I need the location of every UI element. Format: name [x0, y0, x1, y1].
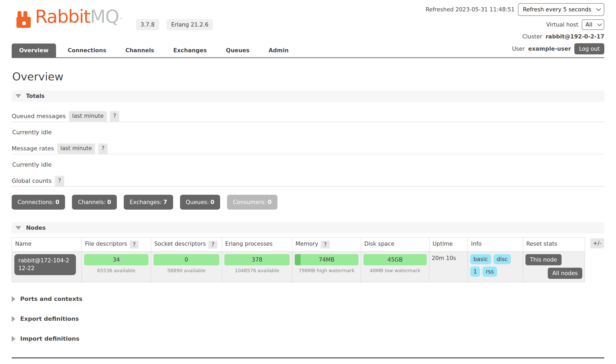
triangle-right-icon	[12, 316, 15, 322]
reset-this-node-button[interactable]: This node	[525, 254, 562, 265]
cluster-name: rabbit@192-0-2-17	[546, 33, 604, 40]
file-descriptors-cell: 34 65536 available	[82, 252, 151, 282]
export-definitions-section[interactable]: Export definitions	[12, 315, 604, 322]
socket-descriptors-bar: 0	[153, 254, 219, 265]
tab-exchanges[interactable]: Exchanges	[166, 44, 214, 57]
version-badges: 3.7.8 Erlang 21.2.6	[136, 19, 213, 30]
file-descriptors-help-icon[interactable]: ?	[130, 241, 139, 249]
header-status-block: Refreshed 2023-05-31 11:48:51 Refresh ev…	[426, 3, 604, 54]
queued-messages-range-badge[interactable]: last minute	[69, 111, 107, 122]
column-toggle-button[interactable]: +/-	[590, 238, 604, 248]
logout-button[interactable]: Log out	[574, 43, 604, 54]
triangle-right-icon	[12, 296, 15, 302]
header: RabbitMQ™ 3.7.8 Erlang 21.2.6 Refreshed …	[12, 0, 604, 44]
queues-count-button[interactable]: Queues:0	[180, 195, 220, 210]
queued-messages-label: Queued messages	[12, 111, 66, 122]
file-descriptors-available: 65536 available	[84, 268, 148, 273]
col-name: Name	[12, 238, 82, 252]
info-badge-basic: basic	[470, 254, 491, 264]
global-counts-label: Global counts	[12, 176, 52, 186]
consumers-count-button: Consumers:0	[227, 195, 277, 210]
node-name-cell: rabbit@172-104-212-22	[12, 252, 82, 282]
channels-count-button[interactable]: Channels:0	[72, 195, 117, 210]
erlang-processes-cell: 378 1048576 available	[222, 252, 292, 282]
disk-watermark: 48MB low watermark	[363, 268, 427, 273]
message-rates-header: Message rates last minute ?	[12, 144, 604, 154]
nodes-section-title: Nodes	[26, 225, 46, 231]
footer: HTTP API Server Docs Tutorials Community…	[12, 357, 604, 364]
brand-wordmark: RabbitMQ™	[35, 7, 123, 27]
triangle-down-icon	[15, 94, 21, 98]
totals-section-header[interactable]: Totals	[12, 90, 604, 102]
col-reset-stats: Reset stats	[523, 238, 585, 252]
message-rates-label: Message rates	[12, 144, 54, 154]
nodes-table-wrap: Name File descriptors? Socket descriptor…	[12, 237, 604, 282]
user-name: example-user	[528, 46, 571, 52]
triangle-right-icon	[12, 336, 15, 342]
uptime-cell: 20m 10s	[429, 252, 468, 282]
page-title: Overview	[12, 70, 604, 83]
memory-cell: 74MB 798MB high watermark	[292, 252, 361, 282]
erlang-version-badge: Erlang 21.2.6	[166, 19, 213, 30]
rabbit-icon	[16, 11, 33, 28]
tab-overview[interactable]: Overview	[12, 44, 56, 57]
nodes-table: Name File descriptors? Socket descriptor…	[12, 237, 585, 282]
info-badge-disc: disc	[494, 254, 511, 264]
global-count-buttons: Connections:0 Channels:0 Exchanges:7 Que…	[12, 195, 604, 210]
global-counts-help-icon[interactable]: ?	[55, 176, 64, 186]
user-label: User	[512, 46, 525, 52]
connections-count-button[interactable]: Connections:0	[12, 195, 65, 210]
memory-bar: 74MB	[295, 254, 358, 265]
disk-space-cell: 45GB 48MB low watermark	[361, 252, 429, 282]
reset-all-nodes-button[interactable]: All nodes	[548, 268, 582, 279]
rabbitmq-version-badge: 3.7.8	[136, 19, 159, 30]
virtual-host-select[interactable]: All	[582, 19, 604, 30]
refresh-interval-select[interactable]: Refresh every 5 seconds	[518, 3, 604, 16]
virtual-host-label: Virtual host	[546, 21, 578, 28]
col-erlang-processes: Erlang processes	[222, 238, 292, 252]
node-row: rabbit@172-104-212-22 34 65536 available…	[12, 252, 585, 282]
queued-messages-help-icon[interactable]: ?	[110, 111, 119, 122]
totals-section-title: Totals	[26, 93, 45, 99]
col-disk-space: Disk space	[361, 238, 429, 252]
tab-connections[interactable]: Connections	[60, 44, 114, 57]
chevron-down-icon	[597, 21, 602, 26]
col-info: Info	[468, 238, 523, 252]
col-uptime: Uptime	[429, 238, 468, 252]
reset-stats-cell: This node All nodes	[523, 252, 585, 282]
exchanges-count-button[interactable]: Exchanges:7	[124, 195, 173, 210]
message-rates-status: Currently idle	[12, 161, 604, 168]
message-rates-range-badge[interactable]: last minute	[57, 144, 95, 154]
erlang-processes-available: 1048576 available	[224, 268, 290, 273]
socket-descriptors-help-icon[interactable]: ?	[208, 241, 217, 249]
socket-descriptors-cell: 0 58890 available	[151, 252, 222, 282]
message-rates-help-icon[interactable]: ?	[98, 144, 108, 154]
erlang-processes-bar: 378	[224, 254, 290, 265]
col-socket-descriptors: Socket descriptors?	[151, 238, 222, 252]
tab-channels[interactable]: Channels	[118, 44, 161, 57]
info-badge-rss: rss	[482, 267, 497, 277]
chevron-down-icon	[596, 6, 601, 11]
node-name-badge[interactable]: rabbit@172-104-212-22	[14, 254, 76, 275]
ports-and-contexts-section[interactable]: Ports and contexts	[12, 296, 604, 302]
info-cell: basic disc 1 rss	[468, 252, 523, 282]
trademark-symbol: ™	[119, 18, 123, 22]
tab-queues[interactable]: Queues	[219, 44, 257, 57]
queued-messages-header: Queued messages last minute ?	[12, 111, 604, 122]
disk-space-bar: 45GB	[363, 254, 427, 265]
refreshed-timestamp: Refreshed 2023-05-31 11:48:51	[426, 6, 515, 13]
info-badge-1: 1	[470, 267, 480, 277]
queued-messages-status: Currently idle	[12, 129, 604, 136]
memory-watermark: 798MB high watermark	[295, 268, 358, 273]
socket-descriptors-available: 58890 available	[153, 268, 219, 273]
nodes-header-row: Name File descriptors? Socket descriptor…	[12, 238, 585, 252]
col-memory: Memory?	[292, 238, 361, 252]
rabbitmq-logo[interactable]: RabbitMQ™	[16, 7, 123, 28]
import-definitions-section[interactable]: Import definitions	[12, 335, 604, 342]
col-file-descriptors: File descriptors?	[82, 238, 151, 252]
tab-admin[interactable]: Admin	[261, 44, 296, 57]
memory-help-icon[interactable]: ?	[321, 241, 330, 249]
nodes-section-header[interactable]: Nodes	[12, 222, 604, 233]
global-counts-header: Global counts ?	[12, 176, 604, 187]
rabbitmq-overview-page: RabbitMQ™ 3.7.8 Erlang 21.2.6 Refreshed …	[0, 0, 616, 364]
